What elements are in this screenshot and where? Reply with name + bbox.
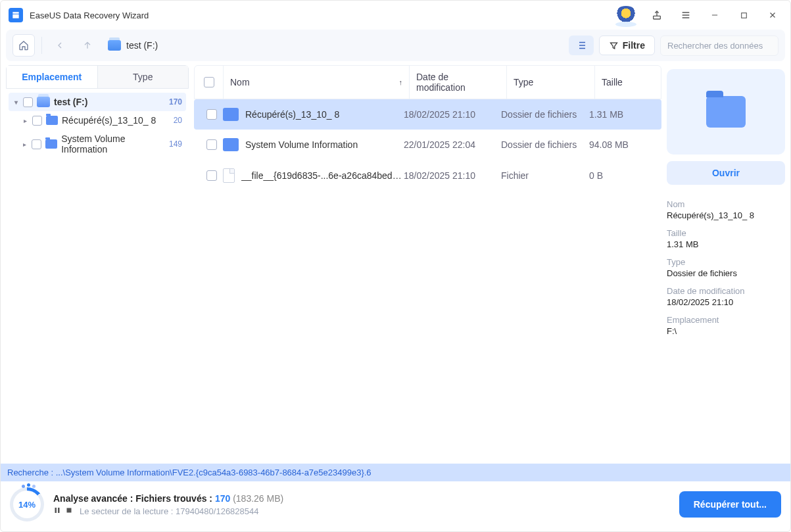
stop-button[interactable] <box>65 506 73 516</box>
svg-rect-4 <box>58 508 60 513</box>
label-name: Nom <box>667 199 785 209</box>
select-all-checkbox[interactable] <box>204 77 214 87</box>
row-checkbox[interactable] <box>206 109 217 120</box>
progress-text: Analyse avancée : Fichiers trouvés : 170… <box>53 493 670 504</box>
tab-location[interactable]: Emplacement <box>7 66 98 88</box>
col-name[interactable]: Nom↑ <box>224 66 410 99</box>
minimize-button[interactable] <box>705 5 725 25</box>
search-input[interactable] <box>660 36 779 56</box>
list-view-button[interactable] <box>569 36 594 55</box>
value-type: Dossier de fichiers <box>667 268 785 278</box>
value-location: F:\ <box>667 326 785 336</box>
col-size[interactable]: Taille <box>595 66 661 99</box>
tab-type[interactable]: Type <box>98 66 189 88</box>
tree-item[interactable]: ▸ System Volume Information 149 <box>9 130 186 158</box>
table-header: Nom↑ Date de modification Type Taille <box>194 65 661 99</box>
back-button[interactable] <box>49 34 71 57</box>
menu-icon[interactable] <box>676 5 696 25</box>
app-title: EaseUS Data Recovery Wizard <box>30 11 149 20</box>
folder-icon <box>706 96 746 128</box>
maximize-button[interactable] <box>734 5 754 25</box>
row-size: 0 B <box>589 170 655 181</box>
label-location: Emplacement <box>667 315 785 325</box>
filter-icon <box>609 41 619 51</box>
caret-right-icon[interactable]: ▸ <box>22 117 28 124</box>
drive-icon <box>108 40 121 51</box>
folder-icon <box>223 108 239 121</box>
caret-down-icon[interactable]: ▾ <box>12 99 19 106</box>
recover-all-button[interactable]: Récupérer tout... <box>679 491 781 518</box>
value-date: 18/02/2025 21:10 <box>667 297 785 307</box>
details-pane: Ouvrir Nom Récupéré(s)_13_10_ 8 Taille 1… <box>667 65 785 464</box>
sector-text: Le secteur de la lecture : 17940480/1268… <box>80 506 259 516</box>
breadcrumb[interactable]: test (F:) <box>108 40 158 51</box>
close-button[interactable] <box>763 5 782 25</box>
row-checkbox[interactable] <box>206 170 217 181</box>
svg-rect-1 <box>741 12 746 18</box>
progress-ring: 14% <box>10 487 44 521</box>
caret-right-icon[interactable]: ▸ <box>22 141 28 148</box>
col-date[interactable]: Date de modification <box>410 66 507 99</box>
scan-status-strip: Recherche : ...\System Volume Informatio… <box>1 464 790 481</box>
table-row[interactable]: System Volume Information22/01/2025 22:0… <box>194 130 661 160</box>
sidebar: Emplacement Type ▾ test (F:) 170 ▸ Récup… <box>6 65 189 464</box>
sort-asc-icon: ↑ <box>399 78 403 86</box>
filter-button[interactable]: Filtre <box>599 36 655 55</box>
titlebar: EaseUS Data Recovery Wizard <box>1 1 790 30</box>
row-date: 18/02/2025 21:10 <box>404 109 501 120</box>
value-name: Récupéré(s)_13_10_ 8 <box>667 210 785 220</box>
home-button[interactable] <box>12 34 35 57</box>
tree-root[interactable]: ▾ test (F:) 170 <box>9 93 186 111</box>
row-name: System Volume Information <box>245 139 358 150</box>
open-button[interactable]: Ouvrir <box>667 161 785 185</box>
file-list: Nom↑ Date de modification Type Taille Ré… <box>194 65 661 464</box>
checkbox[interactable] <box>32 116 42 126</box>
checkbox[interactable] <box>32 139 41 149</box>
up-button[interactable] <box>76 34 99 57</box>
row-name: Récupéré(s)_13_10_ 8 <box>245 109 339 120</box>
tree-item[interactable]: ▸ Récupéré(s)_13_10_ 8 20 <box>9 111 186 130</box>
table-row[interactable]: __file__{619d6835-...6e-a26ca84bede3}__1… <box>194 160 661 191</box>
label-type: Type <box>667 257 785 267</box>
mascot-icon[interactable] <box>614 6 638 24</box>
label-date: Date de modification <box>667 286 785 296</box>
folder-icon <box>223 138 239 151</box>
row-date: 22/01/2025 22:04 <box>404 139 501 150</box>
preview-thumbnail <box>667 69 785 155</box>
row-type: Dossier de fichiers <box>501 109 589 120</box>
row-type: Dossier de fichiers <box>501 139 589 150</box>
row-name: __file__{619d6835-...6e-a26ca84bede3}__ <box>241 170 404 181</box>
svg-rect-5 <box>67 508 72 512</box>
toolbar: test (F:) Filtre <box>6 30 785 61</box>
col-type[interactable]: Type <box>507 66 595 99</box>
pause-button[interactable] <box>53 506 61 516</box>
file-icon <box>223 168 235 183</box>
drive-icon <box>37 97 50 107</box>
footer: 14% Analyse avancée : Fichiers trouvés :… <box>1 481 790 527</box>
row-size: 1.31 MB <box>589 109 655 120</box>
svg-rect-0 <box>654 16 661 19</box>
row-size: 94.08 MB <box>589 139 655 150</box>
table-row[interactable]: Récupéré(s)_13_10_ 818/02/2025 21:10Doss… <box>194 99 661 130</box>
label-size: Taille <box>667 228 785 238</box>
value-size: 1.31 MB <box>667 239 785 249</box>
checkbox[interactable] <box>23 97 33 107</box>
row-checkbox[interactable] <box>206 139 217 150</box>
folder-icon <box>45 139 57 149</box>
folder-icon <box>46 116 58 125</box>
svg-rect-3 <box>55 508 57 513</box>
row-date: 18/02/2025 21:10 <box>404 170 501 181</box>
share-icon[interactable] <box>647 5 667 25</box>
row-type: Fichier <box>501 170 589 181</box>
app-logo-icon <box>9 8 23 22</box>
